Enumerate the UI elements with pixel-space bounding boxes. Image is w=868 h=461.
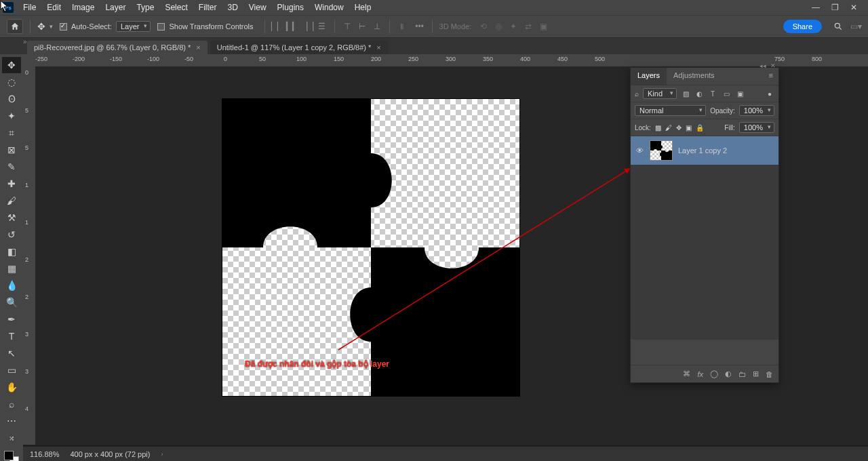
blend-mode-dropdown[interactable]: Normal bbox=[635, 105, 706, 116]
path-select-tool[interactable]: ↖ bbox=[2, 345, 21, 361]
magic-wand-tool[interactable]: ✦ bbox=[2, 108, 21, 124]
gradient-tool[interactable]: ▦ bbox=[2, 260, 21, 277]
crop-tool[interactable]: ⌗ bbox=[2, 125, 21, 141]
panel-collapse-icon[interactable]: ◂◂ bbox=[760, 62, 766, 69]
menu-file[interactable]: File bbox=[18, 1, 41, 14]
lock-image-icon[interactable]: 🖌 bbox=[665, 124, 672, 132]
fill-value-input[interactable]: 100% bbox=[739, 122, 774, 133]
menu-help[interactable]: Help bbox=[349, 1, 377, 14]
menu-window[interactable]: Window bbox=[309, 1, 349, 14]
status-chevron-icon[interactable]: › bbox=[161, 451, 163, 458]
layer-name[interactable]: Layer 1 copy 2 bbox=[678, 146, 727, 155]
workspace-switcher-icon[interactable]: ▭▾ bbox=[850, 21, 861, 32]
menu-type[interactable]: Type bbox=[131, 1, 159, 14]
align-right-icon[interactable]: ▕▕ bbox=[302, 21, 313, 32]
auto-select-checkbox[interactable] bbox=[60, 23, 67, 31]
menu-view[interactable]: View bbox=[243, 1, 272, 14]
history-brush-tool[interactable]: ↺ bbox=[2, 226, 21, 243]
document-canvas[interactable]: Đã được nhân đôi và gộp tòa bộ layer bbox=[222, 99, 519, 396]
align-bottom-icon[interactable]: ⊥ bbox=[372, 21, 382, 32]
search-icon[interactable] bbox=[833, 21, 844, 32]
hand-tool[interactable]: ✋ bbox=[2, 379, 21, 395]
menu-filter[interactable]: Filter bbox=[193, 1, 222, 14]
filter-toggle-icon[interactable]: ● bbox=[765, 90, 774, 98]
layer-row[interactable]: 👁 Layer 1 copy 2 bbox=[631, 136, 778, 165]
filter-type-icon[interactable]: T bbox=[708, 90, 717, 98]
menu-layer[interactable]: Layer bbox=[100, 1, 131, 14]
document-info[interactable]: 400 px x 400 px (72 ppi) bbox=[70, 450, 150, 458]
window-minimize-icon[interactable]: — bbox=[810, 3, 822, 12]
move-tool[interactable]: ✥ bbox=[2, 57, 21, 73]
edit-toolbar-icon[interactable]: ⋯ bbox=[2, 413, 21, 429]
filter-shape-icon[interactable]: ▭ bbox=[722, 90, 731, 98]
marquee-tool[interactable]: ◌ bbox=[2, 74, 21, 90]
tab-close-icon[interactable]: × bbox=[376, 43, 380, 52]
align-justify-icon[interactable]: ☰ bbox=[317, 21, 328, 32]
zoom-tool[interactable]: ⌕ bbox=[2, 396, 21, 412]
tool-preset-dropdown-icon[interactable]: ▾ bbox=[50, 23, 53, 30]
panel-menu-icon[interactable]: ≡ bbox=[764, 68, 778, 85]
move-tool-icon[interactable]: ✥ bbox=[37, 21, 45, 32]
home-button[interactable] bbox=[7, 19, 23, 34]
frame-tool[interactable]: ⊠ bbox=[2, 142, 21, 158]
delete-layer-icon[interactable]: 🗑 bbox=[766, 370, 773, 378]
filter-pixel-icon[interactable]: ▧ bbox=[681, 90, 690, 98]
new-layer-icon[interactable]: ⊞ bbox=[753, 369, 759, 378]
brush-tool[interactable]: 🖌 bbox=[2, 193, 21, 209]
zoom-level[interactable]: 116.88% bbox=[30, 450, 59, 458]
distribute-icon[interactable]: ⫴ bbox=[397, 21, 408, 32]
dodge-tool[interactable]: 🔍 bbox=[2, 294, 21, 310]
menu-image[interactable]: Image bbox=[66, 1, 100, 14]
lock-artboard-icon[interactable]: ▣ bbox=[686, 124, 692, 132]
type-tool[interactable]: T bbox=[2, 328, 21, 344]
panel-close-icon[interactable]: ✕ bbox=[770, 62, 776, 69]
horizontal-ruler[interactable]: -250 -200 -150 -100 -50 0 50 100 150 200… bbox=[23, 54, 868, 66]
window-maximize-icon[interactable]: ❐ bbox=[829, 3, 841, 12]
document-tab-1[interactable]: pi8-Recovered.jpg @ 66.7% (Layer 0, RGB/… bbox=[27, 41, 208, 54]
add-mask-icon[interactable]: ◯ bbox=[710, 369, 718, 378]
layers-tab[interactable]: Layers bbox=[631, 68, 667, 85]
eraser-tool[interactable]: ◧ bbox=[2, 243, 21, 260]
more-align-icon[interactable]: ••• bbox=[414, 21, 425, 32]
color-swatches[interactable] bbox=[4, 451, 19, 461]
shape-tool[interactable]: ▭ bbox=[2, 362, 21, 378]
share-button[interactable]: Share bbox=[783, 20, 822, 33]
window-close-icon[interactable]: ✕ bbox=[848, 3, 860, 12]
layer-list[interactable]: 👁 Layer 1 copy 2 bbox=[631, 136, 778, 340]
lock-position-icon[interactable]: ✥ bbox=[676, 124, 682, 132]
adjustments-tab[interactable]: Adjustments bbox=[667, 68, 722, 85]
toolbar-expand-icon[interactable]: » bbox=[23, 38, 27, 45]
document-tab-2[interactable]: Untitled-1 @ 117% (Layer 1 copy 2, RGB/8… bbox=[210, 41, 388, 54]
new-group-icon[interactable]: 🗀 bbox=[738, 370, 746, 378]
pen-tool[interactable]: ✒ bbox=[2, 311, 21, 327]
eyedropper-tool[interactable]: ✎ bbox=[2, 159, 21, 175]
layer-filter-kind-dropdown[interactable]: Kind bbox=[643, 88, 677, 99]
visibility-toggle-icon[interactable]: 👁 bbox=[635, 146, 644, 155]
align-vcenter-icon[interactable]: ⊢ bbox=[357, 21, 368, 32]
link-layers-icon[interactable]: ⌘ bbox=[683, 369, 690, 378]
filter-smart-icon[interactable]: ▣ bbox=[735, 90, 745, 98]
lasso-tool[interactable]: ʘ bbox=[2, 91, 21, 107]
color-swap-icon[interactable]: ⤭ bbox=[2, 430, 21, 446]
layer-fx-icon[interactable]: fx bbox=[697, 370, 703, 378]
foreground-color-swatch[interactable] bbox=[4, 451, 14, 460]
filter-adjust-icon[interactable]: ◐ bbox=[694, 90, 704, 98]
opacity-value-input[interactable]: 100% bbox=[739, 105, 774, 116]
menu-select[interactable]: Select bbox=[159, 1, 193, 14]
align-left-icon[interactable]: ▏▏ bbox=[272, 21, 283, 32]
lock-all-icon[interactable]: 🔒 bbox=[696, 124, 704, 132]
clone-stamp-tool[interactable]: ⚒ bbox=[2, 209, 21, 226]
healing-brush-tool[interactable]: ✚ bbox=[2, 176, 21, 192]
menu-edit[interactable]: Edit bbox=[41, 1, 66, 14]
menu-3d[interactable]: 3D bbox=[222, 1, 243, 14]
show-transform-checkbox[interactable] bbox=[157, 23, 165, 31]
layer-thumbnail[interactable] bbox=[650, 140, 673, 161]
menu-plugins[interactable]: Plugins bbox=[272, 1, 309, 14]
search-icon[interactable]: ⌕ bbox=[635, 90, 639, 98]
new-adjustment-icon[interactable]: ◐ bbox=[725, 369, 732, 378]
vertical-ruler[interactable]: 0 5 5 1 1 2 2 3 3 4 bbox=[23, 66, 35, 445]
workspace[interactable]: Đã được nhân đôi và gộp tòa bộ layer ◂◂ … bbox=[35, 66, 868, 445]
auto-select-target-dropdown[interactable]: Layer bbox=[116, 21, 151, 32]
align-hcenter-icon[interactable]: ▎▎ bbox=[287, 21, 298, 32]
tab-close-icon[interactable]: × bbox=[196, 43, 200, 52]
